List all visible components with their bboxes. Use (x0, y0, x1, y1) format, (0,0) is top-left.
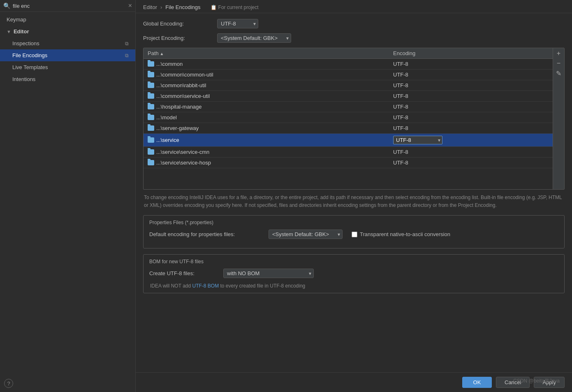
table-side-buttons: + − ✎ (553, 48, 564, 189)
encoding-cell[interactable]: UTF-8 (389, 134, 553, 147)
transparent-checkbox[interactable] (352, 232, 357, 237)
encoding-table: Path Encoding ...\commonUTF-8...\common\… (144, 48, 553, 168)
default-encoding-dropdown-wrap: <System Default: GBK> UTF-8 GBK (269, 230, 343, 239)
search-clear-icon[interactable]: × (128, 2, 132, 9)
folder-icon (148, 149, 154, 155)
default-encoding-row: Default encoding for properties files: <… (149, 230, 558, 239)
encoding-cell: UTF-8 (389, 59, 553, 70)
encoding-inline-select[interactable]: UTF-8 (393, 136, 442, 144)
table-row[interactable]: ...\server-gatewayUTF-8 (144, 123, 553, 134)
sidebar-item-inspections[interactable]: Inspections ⧉ (0, 37, 135, 49)
breadcrumb-current: File Encodings (165, 4, 200, 10)
path-cell: ...\service\service-hosp (144, 158, 389, 168)
sidebar-item-label: Keymap (7, 16, 26, 23)
settings-body: Global Encoding: UTF-8 GBK ISO-8859-1 Pr… (136, 13, 572, 372)
add-encoding-button[interactable]: + (554, 49, 563, 58)
bottom-bar: OK Cancel Apply (136, 372, 572, 392)
folder-icon (148, 93, 154, 99)
global-encoding-dropdown-wrap: UTF-8 GBK ISO-8859-1 (217, 19, 258, 28)
sidebar-nav: Keymap ▼ Editor Inspections ⧉ File Encod… (0, 12, 135, 392)
create-utf8-label: Create UTF-8 files: (149, 270, 219, 276)
path-cell: ...\model (144, 112, 389, 123)
default-encoding-select[interactable]: <System Default: GBK> UTF-8 GBK (269, 230, 343, 239)
project-encoding-label: Project Encoding: (143, 35, 213, 41)
folder-icon (148, 137, 154, 143)
copy-icon: ⧉ (125, 41, 129, 46)
table-row[interactable]: ...\serviceUTF-8 (144, 134, 553, 147)
global-encoding-row: Global Encoding: UTF-8 GBK ISO-8859-1 (143, 19, 565, 28)
encoding-cell: UTF-8 (389, 80, 553, 91)
encoding-cell: UTF-8 (389, 158, 553, 168)
path-cell: ...\common\service-util (144, 91, 389, 102)
path-cell: ...\common\rabbit-util (144, 80, 389, 91)
folder-icon (148, 104, 154, 109)
for-current-project: 📋 For current project (211, 5, 259, 10)
encoding-table-wrap: Path Encoding ...\commonUTF-8...\common\… (143, 48, 565, 190)
remove-encoding-button[interactable]: − (554, 59, 563, 68)
bom-info-text: IDEA will NOT add UTF-8 BOM to every cre… (149, 283, 558, 289)
table-row[interactable]: ...\common\common-utilUTF-8 (144, 70, 553, 80)
sidebar-item-label: File Encodings (12, 52, 47, 58)
bom-section: BOM for new UTF-8 files Create UTF-8 fil… (143, 254, 565, 293)
table-row[interactable]: ...\commonUTF-8 (144, 59, 553, 70)
search-icon: 🔍 (3, 2, 10, 9)
col-path[interactable]: Path (144, 48, 389, 59)
encoding-cell: UTF-8 (389, 91, 553, 102)
create-utf8-dropdown-wrap: with NO BOM with BOM (223, 269, 314, 278)
encoding-cell: UTF-8 (389, 70, 553, 80)
sidebar: 🔍 × Keymap ▼ Editor Inspections ⧉ File E… (0, 0, 136, 392)
path-cell: ...\service (144, 134, 389, 147)
table-row[interactable]: ...\hospital-manageUTF-8 (144, 102, 553, 112)
create-utf8-row: Create UTF-8 files: with NO BOM with BOM (149, 269, 558, 278)
col-encoding: Encoding (389, 48, 553, 59)
main-content: Editor › File Encodings 📋 For current pr… (136, 0, 572, 392)
sidebar-item-live-templates[interactable]: Live Templates (0, 61, 135, 73)
sidebar-item-editor[interactable]: ▼ Editor (0, 26, 135, 37)
project-encoding-select[interactable]: <System Default: GBK> UTF-8 GBK (217, 33, 291, 43)
breadcrumb: Editor › File Encodings 📋 For current pr… (136, 0, 572, 13)
info-text: To change encoding IntelliJ IDEA uses fo… (143, 194, 565, 209)
edit-encoding-button[interactable]: ✎ (554, 69, 563, 78)
path-cell: ...\service\service-cmn (144, 147, 389, 158)
default-encoding-label: Default encoding for properties files: (149, 231, 264, 237)
for-current-project-label: For current project (218, 5, 259, 10)
sidebar-item-label: Editor (14, 28, 29, 35)
folder-icon (148, 72, 154, 77)
search-bar: 🔍 × (0, 0, 135, 12)
table-row[interactable]: ...\service\service-cmnUTF-8 (144, 147, 553, 158)
help-button[interactable]: ? (4, 379, 13, 388)
transparent-label: Transparent native-to-ascii conversion (360, 231, 450, 237)
transparent-checkbox-wrap: Transparent native-to-ascii conversion (352, 231, 450, 237)
folder-icon (148, 61, 154, 67)
encoding-cell: UTF-8 (389, 112, 553, 123)
table-row[interactable]: ...\common\rabbit-utilUTF-8 (144, 80, 553, 91)
table-row[interactable]: ...\modelUTF-8 (144, 112, 553, 123)
project-encoding-row: Project Encoding: <System Default: GBK> … (143, 33, 565, 43)
global-encoding-select[interactable]: UTF-8 GBK ISO-8859-1 (217, 19, 258, 28)
sidebar-item-intentions[interactable]: Intentions (0, 73, 135, 85)
encoding-table-container[interactable]: Path Encoding ...\commonUTF-8...\common\… (144, 48, 553, 189)
folder-icon (148, 115, 154, 120)
project-encoding-dropdown-wrap: <System Default: GBK> UTF-8 GBK (217, 33, 291, 43)
path-cell: ...\hospital-manage (144, 102, 389, 112)
project-icon: 📋 (211, 5, 217, 10)
create-utf8-select[interactable]: with NO BOM with BOM (223, 269, 314, 278)
ok-button[interactable]: OK (462, 377, 492, 388)
encoding-cell: UTF-8 (389, 123, 553, 134)
properties-section-title: Properties Files (*.properties) (149, 220, 558, 225)
table-row[interactable]: ...\service\service-hospUTF-8 (144, 158, 553, 168)
folder-icon (148, 83, 154, 88)
sidebar-item-label: Inspections (12, 40, 39, 46)
utf8-bom-link[interactable]: UTF-8 BOM (192, 283, 219, 289)
bom-info-after: to every created file in UTF-8 encoding (219, 283, 305, 289)
encoding-cell: UTF-8 (389, 147, 553, 158)
folder-icon (148, 160, 154, 165)
sidebar-item-label: Live Templates (12, 64, 48, 70)
breadcrumb-parent: Editor (143, 4, 157, 10)
sidebar-item-keymap[interactable]: Keymap (0, 14, 135, 26)
search-input[interactable] (13, 3, 128, 9)
sidebar-item-file-encodings[interactable]: File Encodings ⧉ (0, 49, 135, 61)
properties-section: Properties Files (*.properties) Default … (143, 215, 565, 248)
table-row[interactable]: ...\common\service-utilUTF-8 (144, 91, 553, 102)
global-encoding-label: Global Encoding: (143, 21, 213, 27)
